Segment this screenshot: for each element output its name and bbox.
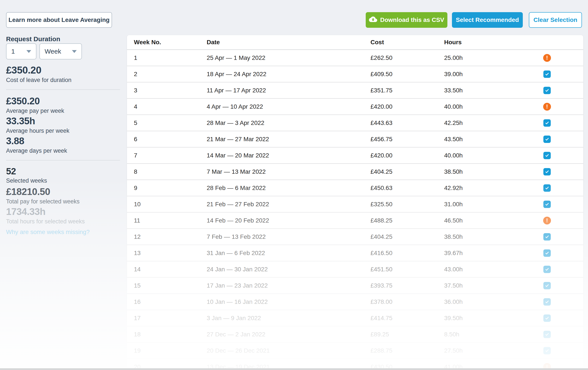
date-cell: 31 Jan — 6 Feb 2022: [207, 250, 370, 257]
table-row[interactable]: 621 Mar — 27 Mar 2022£456.7543.50h: [127, 131, 583, 147]
table-row[interactable]: 528 Mar — 3 Apr 2022£443.6342.25h: [127, 115, 583, 131]
clear-selection-button[interactable]: Clear Selection: [529, 12, 582, 28]
cost-cell: £451.50: [370, 266, 444, 273]
date-cell: 28 Feb — 6 Mar 2022: [207, 185, 370, 192]
total-hours-label: Total hours for selected weeks: [6, 218, 120, 225]
table-row[interactable]: 173 Jan — 9 Jan 2022£414.7539.50h: [127, 310, 583, 326]
scrollbar-track[interactable]: [0, 368, 588, 370]
table-row[interactable]: 125 Apr — 1 May 2022£262.5025.00h!: [127, 50, 583, 66]
download-csv-label: Download this as CSV: [380, 16, 444, 23]
checkbox-checked-icon[interactable]: [543, 119, 551, 127]
checkbox-checked-icon[interactable]: [543, 152, 551, 159]
missing-weeks-link[interactable]: Why are some weeks missing?: [6, 228, 90, 236]
cost-cell: £456.75: [370, 136, 444, 143]
cost-cell: £414.75: [370, 315, 444, 322]
status-cell: [531, 233, 563, 240]
status-cell: [531, 70, 563, 78]
table-row[interactable]: 928 Feb — 6 Mar 2022£450.6342.92h: [127, 180, 583, 196]
week-cell: 6: [134, 136, 207, 143]
date-cell: 18 Apr — 24 Apr 2022: [207, 71, 370, 78]
table-row[interactable]: 127 Feb — 13 Feb 2022£404.2538.50h: [127, 229, 583, 245]
table-row[interactable]: 311 Apr — 17 Apr 2022£351.7533.50h: [127, 82, 583, 99]
request-duration-label: Request Duration: [6, 35, 120, 43]
checkbox-checked-icon[interactable]: [543, 87, 551, 94]
table-row[interactable]: 1424 Jan — 30 Jan 2022£451.5043.00h: [127, 261, 583, 278]
table-row[interactable]: 218 Apr — 24 Apr 2022£409.5039.00h: [127, 66, 583, 82]
summary-sidebar: Request Duration 1 Week £350.20 Cost of …: [6, 35, 120, 236]
cost-cell: £416.50: [370, 250, 444, 257]
download-csv-button[interactable]: Download this as CSV: [366, 12, 447, 28]
checkbox-checked-icon[interactable]: [543, 168, 551, 175]
date-cell: 3 Jan — 9 Jan 2022: [207, 315, 370, 322]
date-cell: 28 Mar — 3 Apr 2022: [207, 120, 370, 126]
date-cell: 21 Feb — 27 Feb 2022: [207, 201, 370, 208]
status-cell: [531, 87, 563, 94]
hours-cell: 43.50h: [444, 136, 531, 143]
checkbox-checked-icon[interactable]: [543, 233, 551, 240]
warning-icon[interactable]: !: [543, 54, 551, 62]
table-row[interactable]: 1021 Feb — 27 Feb 2022£325.5031.00h: [127, 196, 583, 213]
checkbox-checked-icon[interactable]: [543, 250, 551, 257]
cost-cell: £409.50: [370, 71, 444, 78]
average-hours-label: Average hours per week: [6, 127, 120, 134]
learn-more-button[interactable]: Learn more about Leave Averaging: [6, 12, 112, 28]
checkbox-checked-icon[interactable]: [543, 331, 551, 338]
checkbox-checked-icon[interactable]: [543, 266, 551, 273]
date-cell: 17 Jan — 23 Jan 2022: [207, 282, 370, 289]
column-header-date: Date: [207, 39, 370, 46]
week-cell: 15: [134, 282, 207, 289]
checkbox-checked-icon[interactable]: [543, 201, 551, 208]
table-row[interactable]: 1517 Jan — 23 Jan 2022£393.7537.50h: [127, 278, 583, 294]
warning-icon[interactable]: !: [543, 217, 551, 225]
week-cell: 2: [134, 71, 207, 78]
duration-value-dropdown[interactable]: 1: [6, 43, 36, 59]
chevron-down-icon: [72, 50, 77, 53]
status-cell: [531, 298, 563, 305]
table-header-row: Week No. Date Cost Hours: [127, 35, 583, 50]
cloud-download-icon: [369, 16, 377, 23]
date-cell: 20 Dec — 26 Dec 2021: [207, 347, 370, 354]
table-row[interactable]: 87 Mar — 13 Mar 2022£404.2538.50h: [127, 164, 583, 180]
table-row[interactable]: 714 Mar — 20 Mar 2022£420.0040.00h: [127, 147, 583, 164]
checkbox-checked-icon[interactable]: [543, 70, 551, 78]
status-cell: [531, 152, 563, 159]
warning-icon[interactable]: !: [543, 103, 551, 111]
checkbox-checked-icon[interactable]: [543, 184, 551, 192]
duration-unit: Week: [45, 48, 61, 55]
cost-cell: £450.63: [370, 185, 444, 192]
cost-cell: £325.50: [370, 201, 444, 208]
hours-cell: 38.50h: [444, 233, 531, 240]
hours-cell: 40.00h: [444, 152, 531, 159]
select-recommended-button[interactable]: Select Recommended: [452, 12, 523, 28]
date-cell: 25 Apr — 1 May 2022: [207, 54, 370, 61]
hours-cell: 38.50h: [444, 168, 531, 175]
table-row[interactable]: 1920 Dec — 26 Dec 2021£288.7527.50h: [127, 343, 583, 359]
cost-cell: £488.25: [370, 217, 444, 224]
week-cell: 9: [134, 185, 207, 192]
hours-cell: 8.50h: [444, 331, 531, 338]
checkbox-checked-icon[interactable]: [543, 315, 551, 322]
selected-weeks-value: 52: [6, 166, 120, 176]
status-cell: [531, 315, 563, 322]
status-cell: [531, 119, 563, 127]
table-row[interactable]: 1610 Jan — 16 Jan 2022£378.0036.00h: [127, 294, 583, 310]
checkbox-checked-icon[interactable]: [543, 347, 551, 354]
table-row[interactable]: 1114 Feb — 20 Feb 2022£488.2546.50h!: [127, 213, 583, 229]
checkbox-checked-icon[interactable]: [543, 298, 551, 305]
duration-unit-dropdown[interactable]: Week: [39, 43, 82, 59]
average-pay-value: £350.20: [6, 95, 120, 107]
column-header-week-no: Week No.: [134, 39, 207, 46]
sidebar-divider: [6, 160, 120, 161]
cost-cell: £351.75: [370, 87, 444, 94]
checkbox-checked-icon[interactable]: [543, 282, 551, 289]
total-pay-label: Total pay for selected weeks: [6, 198, 120, 205]
table-row[interactable]: 1827 Dec — 2 Jan 2022£89.258.50h: [127, 326, 583, 343]
hours-cell: 31.00h: [444, 201, 531, 208]
date-cell: 10 Jan — 16 Jan 2022: [207, 298, 370, 305]
week-cell: 7: [134, 152, 207, 159]
date-cell: 4 Apr — 10 Apr 2022: [207, 103, 370, 110]
table-row[interactable]: 1331 Jan — 6 Feb 2022£416.5039.67h: [127, 245, 583, 261]
total-hours-value: 1734.33h: [6, 206, 120, 217]
checkbox-checked-icon[interactable]: [543, 136, 551, 143]
table-row[interactable]: 44 Apr — 10 Apr 2022£420.0040.00h!: [127, 99, 583, 115]
